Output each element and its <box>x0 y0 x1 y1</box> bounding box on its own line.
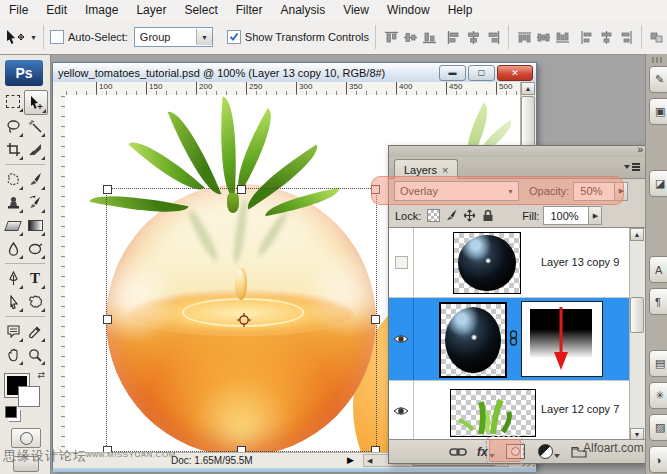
layer-thumbnail[interactable] <box>450 389 536 437</box>
panel-drag-bar[interactable]: » <box>389 146 646 157</box>
transform-bounding-box[interactable] <box>106 188 377 452</box>
quick-mask-mode-button[interactable] <box>11 428 41 448</box>
slice-tool[interactable] <box>24 138 46 161</box>
minimize-button[interactable]: ▬ <box>439 65 466 81</box>
menu-help[interactable]: Help <box>439 1 482 19</box>
adjustment-layer-icon[interactable] <box>538 444 553 459</box>
distribute-left-edges-icon[interactable] <box>579 30 596 45</box>
scroll-left-icon[interactable]: ◀ <box>367 457 372 465</box>
layer-thumbnail[interactable] <box>439 302 507 378</box>
eraser-tool[interactable] <box>2 214 24 237</box>
dock-character-icon[interactable]: A <box>649 256 667 283</box>
auto-align-layers-icon[interactable] <box>649 30 666 45</box>
distribute-right-edges-icon[interactable] <box>617 30 634 45</box>
eyedropper-tool[interactable] <box>24 320 46 343</box>
zoom-tool[interactable] <box>24 343 46 366</box>
menu-analysis[interactable]: Analysis <box>271 1 334 19</box>
hand-tool[interactable] <box>2 343 24 366</box>
dock-grip[interactable] <box>652 57 662 63</box>
dock-styles-icon[interactable]: ◪ <box>649 170 667 197</box>
lock-position-icon[interactable] <box>462 209 477 223</box>
maximize-button[interactable]: ▢ <box>468 65 495 81</box>
dock-brushes-icon[interactable]: ✎ <box>649 66 667 93</box>
fill-field[interactable]: 100% <box>543 206 589 225</box>
auto-select-checkbox[interactable] <box>50 30 64 44</box>
layer-thumbnail[interactable] <box>453 232 521 294</box>
swap-colors-icon[interactable]: ⇄ <box>37 370 45 380</box>
transform-handle-middle-right[interactable] <box>371 315 380 324</box>
dock-paragraph-icon[interactable]: ¶ <box>649 288 667 315</box>
menu-view[interactable]: View <box>334 1 378 19</box>
menu-layer[interactable]: Layer <box>127 1 175 19</box>
scroll-up-icon[interactable]: ▲ <box>521 82 535 95</box>
tool-preset-picker[interactable]: ▼ <box>5 29 37 45</box>
layers-scroll-thumb[interactable] <box>630 297 644 333</box>
menu-select[interactable]: Select <box>175 1 226 19</box>
clone-stamp-tool[interactable] <box>2 191 24 214</box>
scroll-up-icon[interactable]: ▲ <box>630 228 644 241</box>
layer-row-selected[interactable] <box>389 298 646 380</box>
crop-tool[interactable] <box>2 138 24 161</box>
move-tool[interactable] <box>24 90 48 115</box>
align-right-edges-icon[interactable] <box>484 30 501 45</box>
align-vertical-centers-icon[interactable] <box>402 30 419 45</box>
brush-tool[interactable] <box>24 168 46 191</box>
lock-transparency-icon[interactable] <box>426 209 441 223</box>
layer-name[interactable]: Layer 12 copy 7 <box>541 403 619 415</box>
distribute-horizontal-centers-icon[interactable] <box>598 30 615 45</box>
lasso-tool[interactable] <box>2 115 24 138</box>
layer-mask-thumbnail[interactable] <box>521 301 603 377</box>
transform-handle-middle-left[interactable] <box>103 315 112 324</box>
transform-handle-top-center[interactable] <box>237 185 246 194</box>
align-bottom-edges-icon[interactable] <box>421 30 438 45</box>
healing-brush-tool[interactable] <box>2 168 24 191</box>
align-horizontal-centers-icon[interactable] <box>465 30 482 45</box>
transform-reference-point[interactable] <box>237 313 251 327</box>
lock-all-icon[interactable] <box>480 209 495 223</box>
menu-image[interactable]: Image <box>76 1 127 19</box>
gradient-tool[interactable] <box>24 214 46 237</box>
layer-row-layer-12-copy-7[interactable]: Layer 12 copy 7 <box>389 381 646 441</box>
magic-wand-tool[interactable] <box>24 115 46 138</box>
type-tool[interactable]: T <box>24 267 46 290</box>
panel-menu-icon[interactable] <box>624 161 640 173</box>
align-left-edges-icon[interactable] <box>446 30 463 45</box>
layer-style-icon[interactable]: fx <box>477 445 488 459</box>
layer-row-layer-13-copy-9[interactable]: Layer 13 copy 9 <box>389 228 646 297</box>
transform-handle-top-left[interactable] <box>103 185 112 194</box>
default-colors-icon[interactable] <box>5 406 17 418</box>
menu-file[interactable]: File <box>0 1 37 19</box>
history-brush-tool[interactable] <box>24 191 46 214</box>
layer-name[interactable]: Layer 13 copy 9 <box>541 256 619 268</box>
layers-scrollbar[interactable]: ▲ ▼ <box>629 228 645 441</box>
show-transform-checkbox[interactable] <box>227 30 241 44</box>
close-button[interactable]: ✕ <box>497 65 533 81</box>
blur-tool[interactable] <box>2 237 24 260</box>
background-color-swatch[interactable] <box>18 386 40 407</box>
link-layers-icon[interactable] <box>449 447 467 457</box>
custom-shape-tool[interactable] <box>24 290 46 313</box>
status-menu-arrow[interactable]: ▶ <box>343 454 358 466</box>
rectangular-marquee-tool[interactable] <box>2 90 24 113</box>
document-title-bar[interactable]: yellow_tomatoes_tutorial.psd @ 100% (Lay… <box>53 63 536 82</box>
notes-tool[interactable] <box>2 320 24 343</box>
menu-filter[interactable]: Filter <box>227 1 272 19</box>
collapse-panel-icon[interactable]: » <box>637 144 642 155</box>
menu-edit[interactable]: Edit <box>37 1 76 19</box>
dodge-tool[interactable] <box>24 237 46 260</box>
visibility-eye-icon[interactable] <box>393 334 409 344</box>
distribute-top-edges-icon[interactable] <box>516 30 533 45</box>
menu-window[interactable]: Window <box>378 1 439 19</box>
pen-tool[interactable] <box>2 267 24 290</box>
fill-slider-arrow[interactable]: ▶ <box>589 206 602 225</box>
distribute-bottom-edges-icon[interactable] <box>554 30 571 45</box>
path-selection-tool[interactable] <box>2 290 24 313</box>
auto-select-target-dropdown[interactable]: Group ▼ <box>134 27 213 47</box>
vertical-scroll-thumb[interactable] <box>521 96 535 148</box>
distribute-vertical-centers-icon[interactable] <box>535 30 552 45</box>
tab-close-icon[interactable]: × <box>442 164 448 176</box>
dock-clone-source-icon[interactable]: ▣ <box>649 98 667 125</box>
visibility-toggle-empty[interactable] <box>395 256 408 269</box>
visibility-eye-icon[interactable] <box>393 406 409 416</box>
mask-link-icon[interactable] <box>509 330 518 346</box>
